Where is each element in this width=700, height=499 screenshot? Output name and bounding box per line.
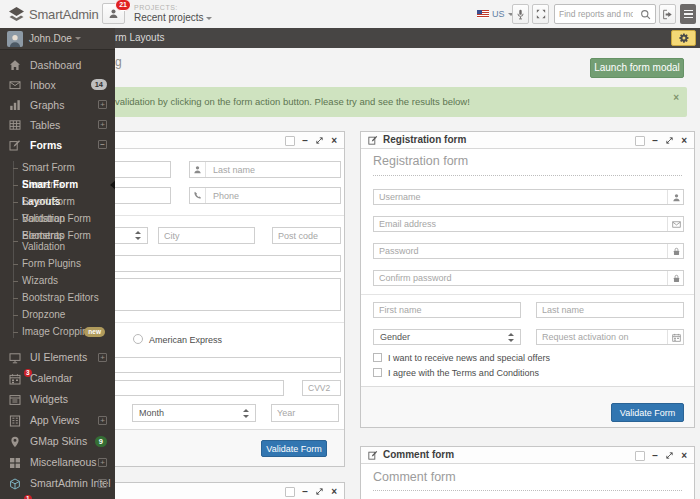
sidebar-item-label: Bootstrap Form Validation [22,230,101,252]
card-type-amex-label: American Express [149,335,222,345]
widget-toggle-box[interactable] [635,136,645,146]
sidebar-item-dashboard[interactable]: Dashboard [0,55,115,75]
comment-form-title: Comment form [373,470,456,484]
widget-close-icon[interactable]: × [681,136,687,146]
sidebar-item-label: Form Plugins [22,255,101,272]
projects-dropdown[interactable]: Recent projects [134,12,212,23]
microphone-icon [515,9,526,20]
sidebar-item-forms[interactable]: Forms− [0,135,115,155]
sidebar-item-bootstrap-form-validation[interactable]: Bootstrap Form Validation [0,227,115,255]
widget-collapse-icon[interactable]: − [302,136,308,146]
sidebar-item-label: Miscellaneous [30,452,97,473]
inbox-icon [9,79,21,91]
edit-icon [368,135,378,145]
expiry-month-select[interactable]: Month [132,404,256,422]
sidebar-item-smart-form-layouts[interactable]: Smart Form Layouts [0,176,115,193]
search-icon[interactable] [640,9,651,20]
widget-fullscreen-icon[interactable] [665,136,674,145]
sidebar-item-label: GMap Skins [30,431,87,452]
user-avatar [7,31,23,47]
gender-select[interactable]: Gender [373,329,521,345]
last-name-input[interactable] [536,302,684,318]
username-input[interactable] [373,189,684,205]
first-name-input[interactable] [373,302,521,318]
brand-name: SmartAdmin [29,7,99,22]
collapse-toggle-icon: + [98,120,107,129]
sidebar-item-smart-form-validation[interactable]: Smart Form Validation [0,193,115,210]
gmap-skins-icon [9,436,21,448]
widget-collapse-icon[interactable]: − [652,451,658,461]
forms-submenu: Smart Form ElementsSmart Form LayoutsSma… [0,159,115,340]
dashboard-icon [9,59,21,71]
widget-close-icon[interactable]: × [331,487,337,497]
menu-toggle-button[interactable] [680,4,696,24]
us-flag-icon [477,10,489,18]
order-validate-form-button[interactable]: Validate Form [261,440,327,457]
sidebar-item-wizards[interactable]: Wizards [0,272,115,289]
registration-validate-form-button[interactable]: Validate Form [611,403,684,422]
sidebar-item-bootstrap-form-elements[interactable]: Bootstrap Form Elements [0,210,115,227]
sidebar-item-app-views[interactable]: App Views+ [0,410,115,431]
card-type-amex-radio[interactable] [133,334,143,344]
sidebar-item-smart-form-elements[interactable]: Smart Form Elements [0,159,115,176]
sidebar-item-smart-chat-api[interactable]: 1Smart Chat APIbeta+ [0,494,115,499]
news-offers-checkbox[interactable] [373,353,382,362]
widget-fullscreen-icon[interactable] [315,487,324,496]
sidebar-item-label: Tables [30,115,60,135]
expiry-year-input[interactable] [271,404,339,422]
comment-panel-header: Comment form −× [361,447,694,464]
sidebar-item-graphs[interactable]: Graphs+ [0,95,115,115]
order-phone-input[interactable] [189,187,341,204]
widget-toggle-box[interactable] [285,136,295,146]
sidebar-item-calendar[interactable]: 3Calendar [0,368,115,389]
widget-collapse-icon[interactable]: − [652,136,658,146]
widget-fullscreen-icon[interactable] [315,136,324,145]
voice-command-button[interactable] [512,4,529,24]
widget-toggle-box[interactable] [285,487,295,497]
sidebar-item-widgets[interactable]: Widgets [0,389,115,410]
launch-form-modal-button[interactable]: Launch form modal [590,58,684,78]
sidebar: John.Doe DashboardInbox14Graphs+Tables+F… [0,28,115,499]
sidebar-item-ui-elements[interactable]: UI Elements+ [0,347,115,368]
language-selector[interactable]: US [477,9,514,19]
user-name: John.Doe [29,33,72,44]
registration-panel-title: Registration form [383,132,466,148]
password-input[interactable] [373,243,684,259]
widget-close-icon[interactable]: × [681,451,687,461]
sidebar-item-smartadmin-intel[interactable]: SmartAdmin Intel+ [0,473,115,494]
order-last-name-input[interactable] [189,161,341,178]
sidebar-item-image-cropping[interactable]: Image Croppingnew [0,323,115,340]
order-post-code-input[interactable] [272,227,341,244]
sidebar-item-tables[interactable]: Tables+ [0,115,115,135]
widget-fullscreen-icon[interactable] [665,451,674,460]
sidebar-item-form-plugins[interactable]: Form Plugins [0,255,115,272]
alert-close-icon[interactable]: × [673,92,679,103]
select-arrows-icon [242,409,250,418]
search-input[interactable] [555,5,637,23]
confirm-password-input[interactable] [373,270,684,286]
terms-checkbox[interactable] [373,368,382,377]
lock-icon [667,271,684,285]
sidebar-item-dropzone[interactable]: Dropzone [0,306,115,323]
sidebar-item-bootstrap-editors[interactable]: Bootstrap Editors [0,289,115,306]
sidebar-item-inbox[interactable]: Inbox14 [0,75,115,95]
activity-button[interactable]: 21 [102,3,125,24]
ribbon-settings-button[interactable] [671,30,696,46]
sidebar-item-miscellaneous[interactable]: Miscellaneous+ [0,452,115,473]
widget-close-icon[interactable]: × [331,136,337,146]
user-menu[interactable]: John.Doe [0,28,115,50]
cvv2-input[interactable] [302,380,341,396]
widget-collapse-icon[interactable]: − [302,487,308,497]
logout-button[interactable] [659,4,676,24]
order-city-input[interactable] [158,227,255,244]
activation-date-input[interactable] [536,329,684,345]
fullscreen-button[interactable] [532,4,549,24]
email-input[interactable] [373,216,684,232]
smartadmin-app: SmartAdmin 21 PROJECTS: Recent projects … [0,0,700,499]
comment-panel-title: Comment form [383,447,454,463]
sidebar-item-gmap-skins[interactable]: GMap Skins9 [0,431,115,452]
alert-text: validation by clicking on the form actio… [115,96,470,107]
user-icon [667,190,684,204]
edit-icon [368,450,378,460]
widget-toggle-box[interactable] [635,451,645,461]
